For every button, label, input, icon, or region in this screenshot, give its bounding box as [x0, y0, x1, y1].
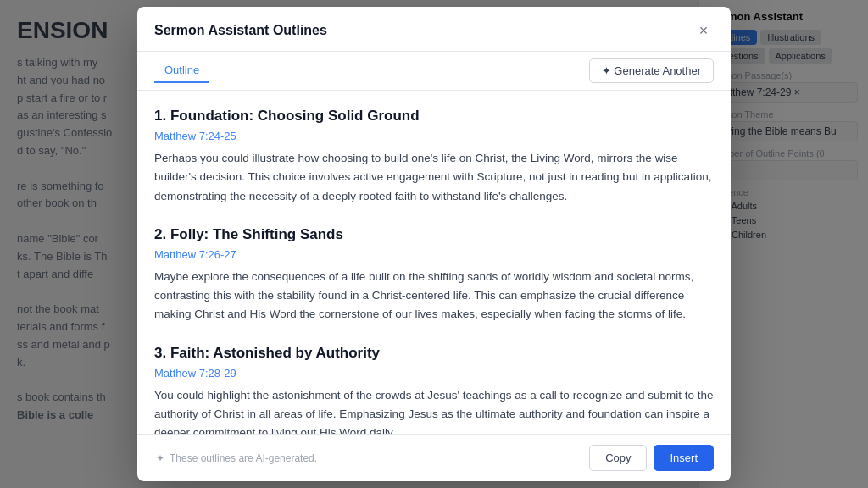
tab-outline[interactable]: Outline: [154, 58, 209, 83]
section-3-reference: Matthew 7:28-29: [154, 367, 714, 380]
modal-toolbar: Outline ✦ Generate Another: [137, 52, 731, 91]
modal-footer: ✦ These outlines are AI-generated. Copy …: [137, 434, 731, 481]
section-1-reference: Matthew 7:24-25: [154, 130, 714, 142]
ai-icon: ✦: [154, 452, 166, 464]
close-button[interactable]: ×: [693, 20, 714, 41]
generate-another-button[interactable]: ✦ Generate Another: [589, 58, 714, 83]
section-1: 1. Foundation: Choosing Solid Ground Mat…: [154, 108, 714, 206]
section-3-body: You could highlight the astonishment of …: [154, 386, 714, 434]
modal-title: Sermon Assistant Outlines: [154, 23, 327, 38]
modal-overlay: Sermon Assistant Outlines × Outline ✦ Ge…: [0, 0, 868, 488]
section-2: 2. Folly: The Shifting Sands Matthew 7:2…: [154, 226, 714, 324]
section-1-heading: 1. Foundation: Choosing Solid Ground: [154, 108, 714, 125]
section-3-heading: 3. Faith: Astonished by Authority: [154, 345, 714, 362]
modal-header: Sermon Assistant Outlines ×: [137, 7, 731, 52]
section-3: 3. Faith: Astonished by Authority Matthe…: [154, 345, 714, 434]
section-2-body: Maybe explore the consequences of a life…: [154, 268, 714, 324]
sermon-assistant-modal: Sermon Assistant Outlines × Outline ✦ Ge…: [137, 7, 731, 481]
section-2-heading: 2. Folly: The Shifting Sands: [154, 226, 714, 243]
modal-content: 1. Foundation: Choosing Solid Ground Mat…: [137, 91, 731, 434]
footer-actions: Copy Insert: [589, 445, 714, 471]
section-2-reference: Matthew 7:26-27: [154, 248, 714, 261]
ai-notice-text: These outlines are AI-generated.: [170, 452, 317, 464]
copy-button[interactable]: Copy: [589, 445, 647, 471]
insert-button[interactable]: Insert: [654, 445, 714, 471]
section-1-body: Perhaps you could illustrate how choosin…: [154, 149, 714, 206]
ai-notice: ✦ These outlines are AI-generated.: [154, 452, 317, 464]
